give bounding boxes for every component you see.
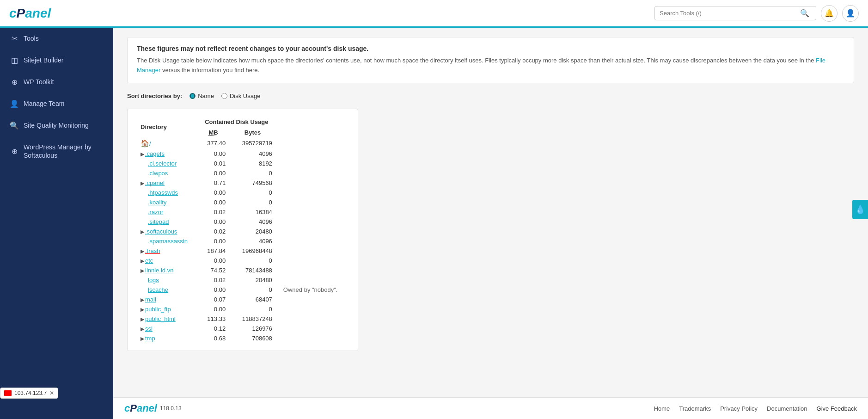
footer-version: 118.0.13	[160, 405, 182, 412]
home-icon: 🏠	[141, 139, 149, 147]
dir-cell: logs	[137, 275, 197, 285]
dir-link[interactable]: tmp	[145, 335, 155, 342]
expand-button[interactable]: ▶	[141, 268, 144, 274]
sort-name-radio[interactable]	[189, 93, 196, 99]
wordpress-manager-icon: ⊕	[10, 147, 19, 156]
col-note-header	[276, 117, 348, 127]
sort-disk-radio[interactable]	[221, 93, 227, 99]
mb-cell: 0.02	[197, 207, 229, 217]
note-cell	[276, 197, 348, 207]
bytes-cell: 749568	[229, 178, 276, 188]
notifications-button[interactable]: 🔔	[821, 5, 837, 22]
note-cell	[276, 295, 348, 304]
expand-button[interactable]: ▶	[141, 258, 144, 264]
note-cell	[276, 324, 348, 333]
footer-link-feedback[interactable]: Give Feedback	[817, 405, 857, 412]
footer-links: Home Trademarks Privacy Policy Documenta…	[654, 405, 857, 412]
dir-link[interactable]: .htpasswds	[148, 189, 178, 196]
sidebar-item-site-quality[interactable]: 🔍 Site Quality Monitoring	[0, 115, 113, 136]
sidebar-item-label-site-quality: Site Quality Monitoring	[24, 121, 89, 129]
site-quality-icon: 🔍	[10, 121, 19, 130]
mb-cell: 187.84	[197, 246, 229, 256]
bytes-cell: 0	[229, 304, 276, 314]
dir-cell: ▶.cagefs	[137, 149, 197, 159]
dir-link[interactable]: .cpanel	[145, 179, 165, 186]
dir-link[interactable]: public_html	[145, 315, 176, 322]
topbar: cPanel 🔍 🔔 👤	[0, 0, 868, 28]
bytes-cell: 20480	[229, 275, 276, 285]
search-icon-button[interactable]: 🔍	[798, 9, 811, 18]
dir-link[interactable]: .cl.selector	[148, 160, 177, 167]
dir-link[interactable]: mail	[145, 296, 156, 303]
expand-button[interactable]: ▶	[141, 229, 144, 235]
expand-button[interactable]: ▶	[141, 326, 144, 332]
dir-link[interactable]: .softaculous	[145, 228, 177, 235]
footer-link-trademarks[interactable]: Trademarks	[679, 405, 711, 412]
sort-disk-label: Disk Usage	[230, 92, 260, 99]
note-cell	[276, 304, 348, 314]
search-input[interactable]	[660, 10, 798, 17]
floating-action-button[interactable]: 💧	[852, 200, 868, 219]
dir-link[interactable]: /	[149, 140, 151, 147]
dir-link[interactable]: .clwpos	[148, 170, 168, 177]
mb-cell: 0.00	[197, 149, 229, 159]
dir-cell: ▶linnie.id.vn	[137, 265, 197, 275]
mb-cell: 0.02	[197, 227, 229, 236]
notice-text-2: versus the information you find here.	[160, 67, 259, 74]
table-row: logs0.0220480	[137, 275, 348, 285]
sort-by-name[interactable]: Name	[189, 92, 214, 99]
note-cell	[276, 333, 348, 343]
dir-cell: 🏠/	[137, 138, 197, 149]
expand-button[interactable]: ▶	[141, 316, 144, 322]
dir-link[interactable]: .sitepad	[148, 218, 169, 225]
sidebar-item-sitejet[interactable]: ◫ Sitejet Builder	[0, 49, 113, 71]
expand-button[interactable]: ▶	[141, 248, 144, 254]
sidebar-item-tools[interactable]: ✂ Tools	[0, 28, 113, 49]
dir-cell: ▶.trash	[137, 246, 197, 256]
dir-link[interactable]: logs	[148, 277, 159, 283]
dir-cell: ▶tmp	[137, 333, 197, 343]
note-cell	[276, 188, 348, 197]
dir-link[interactable]: .cagefs	[145, 150, 165, 157]
footer-link-privacy[interactable]: Privacy Policy	[720, 405, 758, 412]
dir-cell: .clwpos	[137, 168, 197, 178]
dir-link[interactable]: .koality	[148, 199, 166, 206]
dir-link[interactable]: public_ftp	[145, 306, 171, 313]
user-menu-button[interactable]: 👤	[842, 5, 859, 22]
dir-link[interactable]: lscache	[148, 286, 168, 293]
note-cell: Owned by "nobody".	[276, 285, 348, 295]
note-cell	[276, 256, 348, 265]
cpanel-logo: cPanel	[9, 6, 51, 21]
mb-cell: 0.00	[197, 236, 229, 246]
table-row: .htpasswds0.000	[137, 188, 348, 197]
dir-link[interactable]: etc	[145, 257, 153, 264]
expand-button[interactable]: ▶	[141, 307, 144, 313]
sidebar: ✂ Tools ◫ Sitejet Builder ⊕ WP Toolkit 👤…	[0, 28, 113, 419]
expand-button[interactable]: ▶	[141, 297, 144, 303]
sidebar-item-wptoolkit[interactable]: ⊕ WP Toolkit	[0, 71, 113, 93]
ip-close-button[interactable]: ✕	[49, 390, 54, 396]
bytes-cell: 0	[229, 197, 276, 207]
dir-link[interactable]: .spamassassin	[148, 238, 188, 245]
sidebar-item-wordpress-manager[interactable]: ⊕ WordPress Manager by Softaculous	[0, 136, 113, 166]
dir-link[interactable]: ssl	[145, 325, 153, 332]
expand-button[interactable]: ▶	[141, 180, 144, 186]
dir-link[interactable]: linnie.id.vn	[145, 267, 173, 274]
expand-button[interactable]: ▶	[141, 336, 144, 342]
dir-cell: ▶public_ftp	[137, 304, 197, 314]
dir-cell: .cl.selector	[137, 159, 197, 168]
footer-link-home[interactable]: Home	[654, 405, 670, 412]
dir-link[interactable]: .razor	[148, 209, 163, 216]
dir-link[interactable]: .trash	[145, 247, 160, 254]
ip-address: 103.74.123.7	[14, 390, 47, 396]
table-row: ▶.softaculous0.0220480	[137, 227, 348, 236]
bytes-cell: 708608	[229, 333, 276, 343]
dir-cell: .spamassassin	[137, 236, 197, 246]
layout: ✂ Tools ◫ Sitejet Builder ⊕ WP Toolkit 👤…	[0, 28, 868, 419]
sort-by-disk-usage[interactable]: Disk Usage	[221, 92, 260, 99]
note-cell	[276, 168, 348, 178]
col-bytes: Bytes	[229, 127, 276, 138]
expand-button[interactable]: ▶	[141, 151, 144, 157]
footer-link-docs[interactable]: Documentation	[767, 405, 807, 412]
sidebar-item-manage-team[interactable]: 👤 Manage Team	[0, 93, 113, 115]
